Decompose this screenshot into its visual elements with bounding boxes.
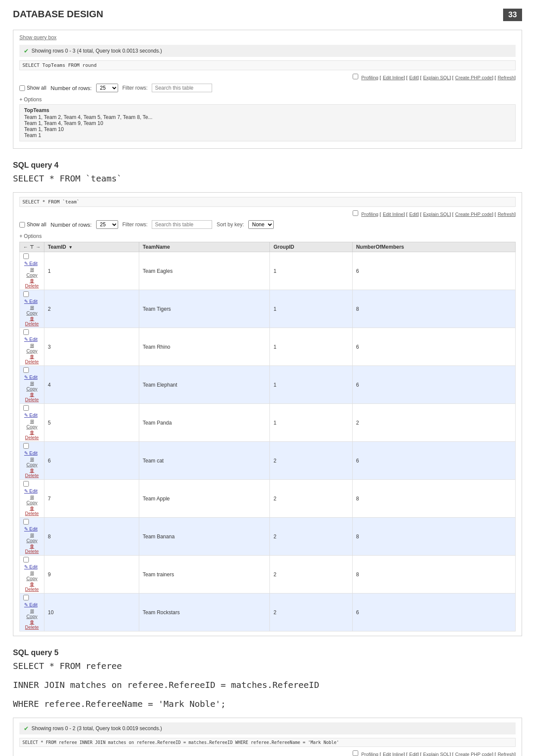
edit-button[interactable]: ✎ Edit xyxy=(23,412,38,418)
show-all-checkbox-1[interactable] xyxy=(19,85,25,91)
table-row: ✎ Edit ⊞ Copy 🗑 Delete 1 Team Eagles 1 6 xyxy=(20,252,516,290)
controls-row-2: Show all Number of rows: 2550100 Filter … xyxy=(19,220,516,229)
edit-inline-link-2[interactable]: Edit Inline xyxy=(383,212,404,217)
result-info-1: ✔ Showing rows 0 - 3 (4 total, Query too… xyxy=(19,45,516,57)
edit-link-2[interactable]: Edit xyxy=(409,212,417,217)
row-checkbox[interactable] xyxy=(23,595,29,600)
profiling-checkbox-1[interactable] xyxy=(353,74,358,79)
number-of-rows-label-2: Number of rows: xyxy=(50,222,91,228)
number-of-rows-select-1[interactable]: 25 50 100 xyxy=(96,84,118,92)
edit-button[interactable]: ✎ Edit xyxy=(23,261,38,266)
page-title: DATABASE DESIGN xyxy=(13,9,103,20)
topteams-row-1: Team 1, Team 2, Team 4, Team 5, Team 7, … xyxy=(24,114,511,120)
topteams-header: TopTeams xyxy=(24,107,511,113)
copy-button[interactable]: ⊞ Copy xyxy=(23,343,41,353)
cell-teamname: Team Elephant xyxy=(139,366,270,404)
profiling-checkbox-3[interactable] xyxy=(353,750,358,756)
edit-link-1[interactable]: Edit xyxy=(409,75,417,80)
edit-inline-link-1[interactable]: Edit Inline xyxy=(383,75,404,80)
sort-key-select[interactable]: None xyxy=(248,220,274,229)
refresh-link-1[interactable]: Refresh xyxy=(497,75,514,80)
delete-button[interactable]: 🗑 Delete xyxy=(23,392,41,402)
copy-button[interactable]: ⊞ Copy xyxy=(23,570,41,581)
copy-button[interactable]: ⊞ Copy xyxy=(23,381,41,391)
cell-members: 6 xyxy=(352,594,515,631)
profiling-link-2[interactable]: Profiling xyxy=(361,212,379,217)
delete-button[interactable]: 🗑 Delete xyxy=(23,619,41,630)
show-all-checkbox-2[interactable] xyxy=(19,222,25,228)
explain-sql-link-1[interactable]: Explain SQL xyxy=(423,75,450,80)
profiling-link-3[interactable]: Profiling xyxy=(361,752,379,756)
explain-sql-link-2[interactable]: Explain SQL xyxy=(423,212,450,217)
create-php-link-3[interactable]: Create PHP code xyxy=(455,752,492,756)
cell-teamid: 5 xyxy=(44,404,139,442)
edit-button[interactable]: ✎ Edit xyxy=(23,337,38,342)
create-php-link-2[interactable]: Create PHP code xyxy=(455,212,492,217)
refresh-link-3[interactable]: Refresh xyxy=(497,752,514,756)
search-input-1[interactable] xyxy=(152,84,212,92)
col-header-groupid[interactable]: GroupID xyxy=(270,242,352,252)
col-header-teamname[interactable]: TeamName xyxy=(139,242,270,252)
edit-button[interactable]: ✎ Edit xyxy=(23,450,38,456)
cell-teamname: Team Panda xyxy=(139,404,270,442)
col-header-numberofmembers[interactable]: NumberOfMembers xyxy=(352,242,515,252)
row-checkbox[interactable] xyxy=(23,367,29,373)
success-icon: ✔ xyxy=(24,47,29,54)
show-query-link[interactable]: Show query box xyxy=(19,34,516,41)
search-input-2[interactable] xyxy=(152,220,212,229)
copy-button[interactable]: ⊞ Copy xyxy=(23,267,41,278)
cell-teamid: 6 xyxy=(44,442,139,480)
col-header-teamid[interactable]: TeamID ▼ xyxy=(44,242,139,252)
nav-left-icon[interactable]: ← xyxy=(23,244,28,250)
edit-button[interactable]: ✎ Edit xyxy=(23,564,38,570)
options-link-1[interactable]: + Options xyxy=(19,97,516,103)
edit-button[interactable]: ✎ Edit xyxy=(23,299,38,304)
delete-button[interactable]: 🗑 Delete xyxy=(23,506,41,516)
nav-top-icon[interactable]: ⊤ xyxy=(30,244,34,250)
delete-button[interactable]: 🗑 Delete xyxy=(23,354,41,364)
cell-members: 6 xyxy=(352,252,515,290)
edit-button[interactable]: ✎ Edit xyxy=(23,488,38,494)
cell-groupid: 2 xyxy=(270,442,352,480)
cell-teamid: 7 xyxy=(44,480,139,518)
delete-button[interactable]: 🗑 Delete xyxy=(23,581,41,592)
row-checkbox[interactable] xyxy=(23,519,29,525)
create-php-link-1[interactable]: Create PHP code xyxy=(455,75,492,80)
copy-button[interactable]: ⊞ Copy xyxy=(23,305,41,316)
edit-button[interactable]: ✎ Edit xyxy=(23,526,38,532)
delete-button[interactable]: 🗑 Delete xyxy=(23,544,41,554)
delete-button[interactable]: 🗑 Delete xyxy=(23,278,41,288)
row-checkbox[interactable] xyxy=(23,443,29,449)
nav-right-icon[interactable]: → xyxy=(36,244,41,250)
row-checkbox[interactable] xyxy=(23,405,29,411)
copy-button[interactable]: ⊞ Copy xyxy=(23,608,41,619)
number-of-rows-select-2[interactable]: 2550100 xyxy=(96,220,118,229)
delete-button[interactable]: 🗑 Delete xyxy=(23,430,41,440)
cell-teamname: Team cat xyxy=(139,442,270,480)
copy-button[interactable]: ⊞ Copy xyxy=(23,532,41,543)
row-checkbox[interactable] xyxy=(23,329,29,335)
delete-button[interactable]: 🗑 Delete xyxy=(23,316,41,326)
edit-link-3[interactable]: Edit xyxy=(409,752,417,756)
options-link-2[interactable]: + Options xyxy=(19,233,516,239)
delete-button[interactable]: 🗑 Delete xyxy=(23,468,41,478)
row-checkbox[interactable] xyxy=(23,291,29,297)
copy-button[interactable]: ⊞ Copy xyxy=(23,419,41,429)
copy-button[interactable]: ⊞ Copy xyxy=(23,494,41,505)
cell-members: 6 xyxy=(352,328,515,366)
row-checkbox[interactable] xyxy=(23,557,29,562)
edit-button[interactable]: ✎ Edit xyxy=(23,602,38,608)
cell-teamname: Team Rhino xyxy=(139,328,270,366)
row-checkbox[interactable] xyxy=(23,253,29,259)
cell-members: 8 xyxy=(352,518,515,556)
copy-button[interactable]: ⊞ Copy xyxy=(23,456,41,467)
profiling-bar-2: Profiling [Edit Inline] [Edit] [Explain … xyxy=(19,210,516,217)
profiling-link[interactable]: Profiling xyxy=(361,75,379,80)
edit-button[interactable]: ✎ Edit xyxy=(23,375,38,380)
cell-groupid: 1 xyxy=(270,366,352,404)
explain-sql-link-3[interactable]: Explain SQL xyxy=(423,752,450,756)
row-checkbox[interactable] xyxy=(23,481,29,487)
refresh-link-2[interactable]: Refresh xyxy=(497,212,514,217)
profiling-checkbox-2[interactable] xyxy=(353,210,358,216)
edit-inline-link-3[interactable]: Edit Inline xyxy=(383,752,404,756)
